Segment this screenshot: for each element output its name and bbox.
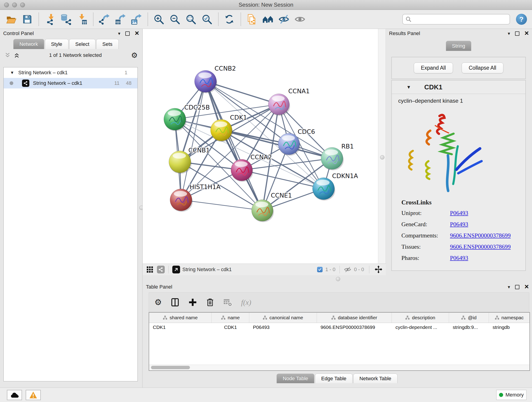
tab-string[interactable]: String [446, 41, 471, 51]
tab-select[interactable]: Select [69, 39, 95, 49]
node-label-CDC25B: CDC25B [184, 104, 210, 111]
close-panel-icon[interactable]: × [135, 29, 139, 37]
network-vertical-scrollbar[interactable] [378, 29, 386, 264]
import-network-button[interactable] [44, 13, 56, 26]
apply-layout-button[interactable] [223, 13, 235, 26]
node-label-CCNB1: CCNB1 [188, 147, 210, 154]
tab-style[interactable]: Style [45, 39, 69, 49]
birdseye-move-icon[interactable] [374, 265, 383, 274]
cell-namespace[interactable]: stringdb [489, 323, 530, 332]
expand-all-button[interactable]: Expand All [414, 63, 453, 73]
float-panel-icon[interactable] [125, 32, 130, 36]
import-table-button[interactable] [76, 13, 88, 26]
cell-shared-name[interactable]: CDK1 [149, 323, 212, 332]
warnings-button[interactable] [26, 390, 41, 400]
cell-description[interactable]: cyclin-dependent ... [392, 323, 449, 332]
hide-selected-button[interactable] [278, 13, 290, 26]
tab-sets[interactable]: Sets [96, 39, 119, 49]
tab-network[interactable]: Network [13, 39, 44, 49]
search-input[interactable] [414, 16, 510, 22]
open-session-button[interactable] [5, 13, 17, 26]
cell-name[interactable]: CDK1 [212, 323, 249, 332]
open-in-browser-icon[interactable] [172, 266, 180, 274]
show-all-button[interactable] [294, 13, 306, 26]
compartments-link[interactable]: 9606.ENSP00000378699 [450, 232, 511, 239]
network-share-icon[interactable] [157, 266, 165, 274]
maximize-window-button[interactable] [20, 2, 25, 7]
tab-node-table[interactable]: Node Table [277, 374, 314, 383]
column-header-database-identifier[interactable]: database identifier [317, 313, 392, 323]
collapse-all-icon[interactable] [5, 52, 11, 58]
show-columns-icon[interactable] [171, 298, 180, 307]
tab-network-table[interactable]: Network Table [353, 374, 398, 383]
cloud-status-button[interactable] [7, 390, 22, 400]
grid-view-icon[interactable] [146, 266, 154, 274]
tissues-link[interactable]: 9606.ENSP00000378699 [450, 243, 511, 250]
collection-expand-icon[interactable]: ▼ [10, 70, 14, 75]
collapse-all-button[interactable]: Collapse All [462, 63, 503, 73]
column-header-namespace[interactable]: namespac [489, 313, 530, 323]
network-view[interactable]: CCNB2CCNA1CDC25BCDK1CDC6RB1CCNB1CCNA2CDK… [143, 29, 378, 264]
export-table-button[interactable] [114, 13, 127, 26]
selected-checkbox-icon[interactable] [317, 267, 323, 272]
close-window-button[interactable] [4, 2, 9, 7]
cdk1-card-header[interactable]: ▼ CDK1 [392, 80, 525, 94]
network-collection-row[interactable]: ▼ String Network – cdk1 1 [4, 67, 138, 78]
panel-menu-icon[interactable]: ▾ [508, 285, 510, 289]
add-column-icon[interactable] [188, 298, 197, 307]
column-header-id[interactable]: @id [449, 313, 489, 323]
close-panel-icon[interactable]: × [525, 29, 529, 37]
clone-network-button[interactable] [246, 13, 258, 26]
edge-CCNB2-CCNE1[interactable] [206, 81, 262, 211]
uniprot-link[interactable]: P06493 [450, 210, 468, 217]
edge-CCNB2-HIST1H1A[interactable] [181, 81, 206, 200]
collapse-entry-icon[interactable]: ▼ [406, 85, 411, 90]
edge-HIST1H1A-CCNE1[interactable] [181, 200, 262, 211]
zoom-out-button[interactable] [169, 13, 181, 26]
table-panel: Table Panel ▾ × ⚙ f(x) shared name name … [143, 282, 532, 388]
close-panel-icon[interactable]: × [525, 283, 529, 290]
table-horizontal-scrollbar[interactable] [149, 365, 530, 370]
delete-column-icon[interactable] [206, 298, 215, 307]
network-row-selected[interactable]: String Network – cdk1 11 48 [4, 78, 138, 89]
table-gear-icon[interactable]: ⚙ [154, 298, 162, 306]
export-table-icon [115, 14, 126, 24]
scrollbar-thumb[interactable] [151, 366, 190, 369]
zoom-selected-icon [203, 15, 211, 24]
zoom-in-button[interactable] [152, 13, 165, 26]
horizontal-splitter-handle[interactable] [336, 277, 340, 281]
panel-menu-icon[interactable]: ▾ [508, 31, 510, 36]
column-header-shared-name[interactable]: shared name [149, 313, 212, 323]
toolbar-separator [147, 13, 148, 26]
table-row[interactable]: CDK1 CDK1 P06493 9606.ENSP00000378699 cy… [149, 323, 530, 332]
gene-description: cyclin–dependent kinase 1 [398, 98, 525, 104]
column-header-name[interactable]: name [212, 313, 249, 323]
panel-menu-icon[interactable]: ▾ [118, 31, 120, 36]
zoom-fit-button[interactable] [185, 13, 197, 26]
first-neighbors-button[interactable] [262, 13, 274, 26]
cell-database-identifier[interactable]: 9606.ENSP00000378699 [317, 323, 392, 332]
current-network-title: String Network – cdk1 [182, 267, 232, 273]
float-panel-icon[interactable] [515, 285, 519, 289]
export-image-button[interactable] [130, 13, 143, 26]
genecard-link[interactable]: P06493 [450, 221, 468, 228]
export-network-button[interactable] [98, 13, 110, 26]
pharos-link[interactable]: P06493 [450, 255, 468, 262]
gear-icon[interactable]: ⚙ [131, 51, 138, 59]
tab-edge-table[interactable]: Edge Table [315, 374, 353, 383]
column-header-description[interactable]: description [392, 313, 449, 323]
memory-button[interactable]: Memory [496, 390, 526, 400]
zoom-selected-button[interactable] [201, 13, 213, 26]
minimize-window-button[interactable] [12, 2, 17, 7]
search-box[interactable] [402, 14, 510, 25]
help-button[interactable]: ? [516, 14, 527, 25]
cell-id[interactable]: stringdb:9... [449, 323, 489, 332]
column-header-canonical-name[interactable]: canonical name [249, 313, 317, 323]
right-splitter-handle[interactable] [380, 155, 385, 160]
expand-all-icon[interactable] [14, 52, 20, 58]
import-network-from-database-button[interactable] [60, 13, 72, 26]
network-selection-status: 1 of 1 Network selected [20, 52, 131, 58]
float-panel-icon[interactable] [515, 32, 519, 36]
cell-canonical-name[interactable]: P06493 [249, 323, 317, 332]
save-session-button[interactable] [21, 13, 33, 26]
